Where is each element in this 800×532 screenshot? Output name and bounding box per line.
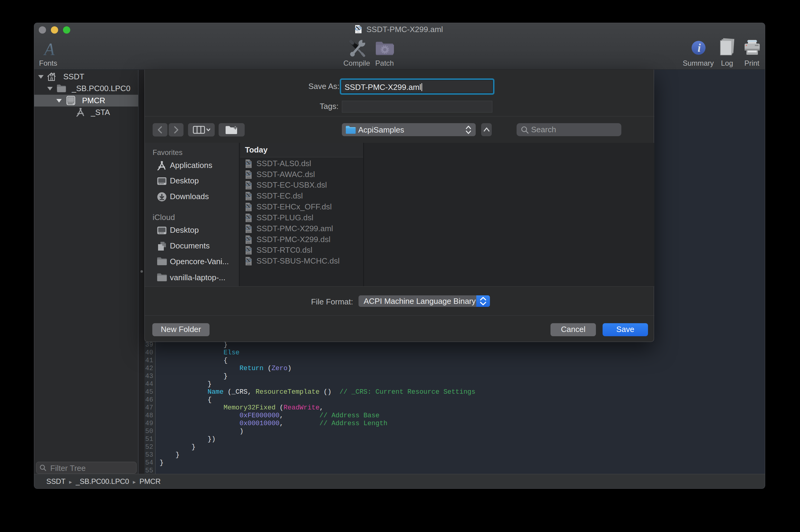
svg-text:A: A (43, 40, 55, 59)
svg-text:AML: AML (356, 31, 360, 33)
svg-text:i: i (697, 41, 701, 54)
